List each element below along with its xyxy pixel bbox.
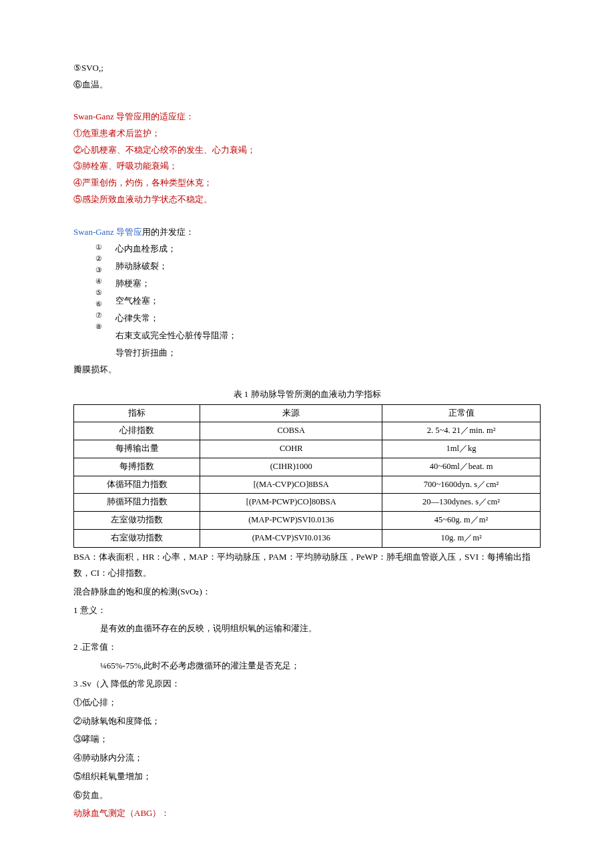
table-row: 右室做功指数(PAM-CVP)SVI0.013610g. m／m² xyxy=(74,529,541,547)
table-header-row: 指标 来源 正常值 xyxy=(74,404,541,422)
table-title: 表 1 肺动脉导管所测的血液动力学指标 xyxy=(73,386,541,403)
comp-6: 右束支或完全性心脏传导阻滞； xyxy=(115,327,237,344)
comp-8: 瓣膜损坏。 xyxy=(73,362,541,378)
comp-4: 空气栓塞； xyxy=(115,292,237,310)
comp-title-b: 用的并发症： xyxy=(142,227,194,237)
ind-3: ③肺栓塞、呼吸功能衰竭； xyxy=(73,158,541,175)
ind-2: ②心肌梗塞、不稳定心绞䇣的发生、心力衰竭； xyxy=(73,142,541,159)
th-normal: 正常值 xyxy=(382,404,541,422)
table-row: 体循环阻力指数[(MA-CVP)CO]8BSA700~1600dyn. s／cm… xyxy=(74,476,541,494)
line-svo: ⑤SVO,; xyxy=(73,60,541,77)
th-indicator: 指标 xyxy=(74,404,200,422)
svo-1b: 是有效的血循环存在的反映，说明组织氧的运输和灌注。 xyxy=(73,620,541,637)
ind-5: ⑤感染所致血液动力学状态不稳定。 xyxy=(73,191,541,208)
table-row: 左室做功指数(MAP-PCWP)SVI0.013645~60g. m／m² xyxy=(74,512,541,530)
svo-r3: ③哮喘； xyxy=(73,731,541,748)
svo-r5: ⑤组织耗氧量增加； xyxy=(73,769,541,785)
table-abbr: BSA：体表面积，HR：心率，MAP：平均动脉压，PAM：平均肺动脉压，PeWP… xyxy=(73,549,541,582)
comp-7: 导管打折扭曲； xyxy=(115,344,237,362)
line-temp: ⑥血温。 xyxy=(73,77,541,93)
svo-r6: ⑥贫血。 xyxy=(73,787,541,804)
table-row: 心排指数COBSA2. 5~4. 21／min. m² xyxy=(74,422,541,440)
svo-r2: ②动脉氧饱和度降低； xyxy=(73,713,541,730)
abg-title: 动脉血气测定（ABG）： xyxy=(73,805,541,822)
comp-3: 肺梗塞； xyxy=(115,275,237,292)
comp-2: 肺动脉破裂； xyxy=(115,258,237,275)
complications-title: Swan-Ganz 导管应用的并发症： xyxy=(73,224,541,241)
indications-title: Swan-Ganz 导管应用的适应症： xyxy=(73,109,541,125)
circled-numbers: ①②③④⑤⑥⑦⑧ xyxy=(92,240,106,334)
table-row: 每搏指数(CIHR)100040~60ml／beat. m xyxy=(74,458,541,476)
table-row: 肺循环阻力指数[(PAM-PCWP)CO]80BSA20—130dynes. s… xyxy=(74,494,541,512)
svo-r4: ④肺动脉内分流； xyxy=(73,750,541,767)
svo-1a: 1 意义： xyxy=(73,602,541,619)
svo-2b: ¼65%-75%,此时不必考虑微循环的灌注量是否充足； xyxy=(73,658,541,675)
svo-r1: ①低心排； xyxy=(73,695,541,711)
th-source: 来源 xyxy=(200,404,382,422)
svo-title: 混合静脉血的饱和度的检测(SvO₂)： xyxy=(73,584,541,600)
hemodynamics-table: 指标 来源 正常值 心排指数COBSA2. 5~4. 21／min. m² 每搏… xyxy=(73,404,541,548)
comp-title-a: Swan-Ganz 导管应 xyxy=(73,227,142,237)
svo-2a: 2 .正常值： xyxy=(73,639,541,656)
ind-4: ④严重创伤，灼伤，各种类型休克； xyxy=(73,175,541,191)
ind-1: ①危重患者术后监护； xyxy=(73,125,541,142)
table-row: 每搏输出量COHR1ml／kg xyxy=(74,440,541,458)
comp-1: 心内血栓形成； xyxy=(115,240,237,258)
complications-block: ①②③④⑤⑥⑦⑧ 心内血栓形成； 肺动脉破裂； 肺梗塞； 空气栓塞； 心律失常；… xyxy=(73,240,541,362)
comp-5: 心律失常； xyxy=(115,310,237,327)
svo-3a: 3 .Sv（入 降低的常见原因： xyxy=(73,676,541,693)
